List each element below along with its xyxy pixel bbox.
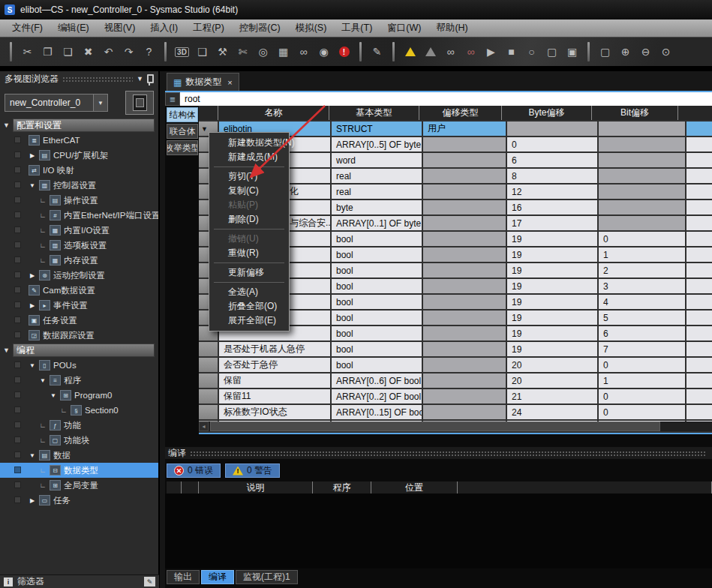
cell-name[interactable]: 保留11 [219, 389, 330, 404]
down-marker-icon[interactable]: ▼ [29, 452, 36, 459]
new-window-icon[interactable]: ❑ [192, 42, 212, 62]
context-menu-item[interactable]: 展开全部(E) [209, 314, 289, 328]
cell-base-type[interactable]: byte [332, 200, 422, 214]
table-row[interactable]: 保留ARRAY[0..6] OF bool201 [199, 374, 712, 388]
cell-bit-offset[interactable]: 7 [599, 342, 685, 356]
build-icon[interactable]: ⚒ [212, 42, 233, 62]
scroll-left-icon[interactable]: ◂ [199, 422, 209, 431]
header-cell[interactable]: Byte偏移 [501, 106, 591, 120]
troubleshoot-icon[interactable]: ! [334, 42, 354, 62]
horizontal-scrollbar[interactable]: ◂ [199, 422, 712, 431]
context-menu-item[interactable]: 新建成员(M) [209, 150, 289, 164]
undo-icon[interactable]: ↶ [98, 42, 119, 62]
bottom-tab[interactable]: 监视(工程)1 [236, 570, 298, 584]
menubar-item[interactable]: 模拟(S) [288, 20, 335, 37]
nav-tree-item[interactable]: ▼⊞Program0 [0, 388, 158, 403]
cell-byte-offset[interactable]: 19 [507, 342, 597, 356]
cell-bit-offset[interactable]: 4 [599, 295, 685, 309]
cell-base-type[interactable]: real [332, 169, 422, 183]
cell-base-type[interactable]: bool [332, 232, 422, 246]
cell-byte-offset[interactable]: 17 [507, 216, 597, 230]
nav-tree-item[interactable]: ✎Cam数据设置 [0, 283, 158, 298]
cell-offset-type[interactable] [423, 405, 506, 419]
cell-offset-type[interactable] [423, 169, 506, 183]
cell-offset-type[interactable] [423, 310, 506, 325]
sim-watch-icon[interactable]: ∞ [440, 42, 461, 62]
nav-tree-item[interactable]: ≣EtherCAT [0, 133, 158, 148]
cell-byte-offset[interactable]: 19 [507, 248, 597, 262]
scrollbar-thumb[interactable] [210, 422, 660, 431]
zoom-select-icon[interactable]: ⊙ [656, 42, 676, 62]
nav-tree-item[interactable]: ▶⊛运动控制设置 [0, 268, 158, 283]
cell-bit-offset[interactable]: 1 [599, 248, 685, 262]
nav-tree-item[interactable]: ∟ƒ功能 [0, 418, 158, 433]
cut-icon[interactable]: ✂ [17, 42, 38, 62]
run-icon[interactable]: ▶ [481, 42, 501, 62]
edit-filter-icon[interactable]: ✎ [144, 577, 155, 586]
cell-offset-type[interactable] [423, 342, 506, 356]
cell-offset-type[interactable] [423, 326, 506, 340]
right-marker-icon[interactable]: ▶ [29, 302, 36, 309]
cell-byte-offset[interactable]: 21 [507, 389, 597, 404]
cell-offset-type[interactable] [423, 374, 506, 388]
cell-offset-type[interactable] [423, 358, 506, 372]
sim-watch-off-icon[interactable]: ∞ [461, 42, 481, 62]
nav-tree-item[interactable]: ∟▥选项板设置 [0, 238, 158, 253]
cell-base-type[interactable]: bool [332, 248, 422, 262]
cell-byte-offset[interactable]: 20 [507, 374, 597, 388]
sim-check-off-icon[interactable] [420, 42, 440, 62]
redo-icon[interactable]: ↷ [119, 42, 139, 62]
cell-byte-offset[interactable]: 6 [507, 153, 597, 167]
context-menu-item[interactable]: 剪切(T) [209, 170, 289, 184]
nav-tree-item[interactable]: ∟⊞全局变量 [0, 478, 158, 493]
cell-offset-type[interactable] [423, 184, 506, 199]
edit-restrict-icon[interactable]: ✎ [367, 42, 387, 62]
cell-base-type[interactable]: bool [332, 295, 422, 309]
cell-byte-offset[interactable]: 16 [507, 200, 597, 214]
header-cell[interactable]: 偏移类型 [419, 106, 501, 120]
cell-bit-offset[interactable]: 0 [599, 232, 685, 246]
right-marker-icon[interactable]: ▶ [29, 152, 36, 159]
cell-bit-offset[interactable]: 0 [599, 405, 685, 419]
nav-tree-item[interactable]: ▼≡程序 [0, 373, 158, 388]
zoom-out-icon[interactable]: ⊖ [635, 42, 656, 62]
cell-bit-offset[interactable]: 5 [599, 310, 685, 325]
context-menu-item[interactable]: 删除(D) [209, 212, 289, 226]
nav-tree-item[interactable]: ◲数据跟踪设置 [0, 328, 158, 343]
zoom-fit-icon[interactable]: ▢ [595, 42, 615, 62]
cell-offset-type[interactable] [423, 279, 506, 293]
cell-offset-type[interactable] [423, 137, 506, 152]
nav-tree-item[interactable]: ∟▦内存设置 [0, 253, 158, 268]
cell-base-type[interactable]: bool [332, 342, 422, 356]
cell-base-type[interactable]: bool [332, 310, 422, 325]
right-marker-icon[interactable]: ▶ [29, 272, 36, 279]
cell-bit-offset[interactable] [599, 169, 685, 183]
cell-name[interactable]: 是否处于机器人急停 [219, 342, 330, 356]
cell-base-type[interactable]: ARRAY[0..1] OF byte [332, 216, 422, 230]
menubar-item[interactable]: 窗口(W) [380, 20, 428, 37]
cell-byte-offset[interactable]: 19 [507, 279, 597, 293]
cell-offset-type[interactable] [423, 263, 506, 278]
chevron-down-icon[interactable]: ▼ [93, 94, 107, 111]
cell-byte-offset[interactable]: 19 [507, 295, 597, 309]
header-cell[interactable]: 基本类型 [329, 106, 419, 120]
rebuild-icon[interactable]: ✄ [233, 42, 253, 62]
cell-byte-offset[interactable]: 20 [507, 358, 597, 372]
menubar-item[interactable]: 工具(T) [334, 20, 380, 37]
search-icon[interactable]: ◉ [314, 42, 334, 62]
cell-offset-type[interactable] [423, 153, 506, 167]
watch-table-icon[interactable]: ▦ [273, 42, 293, 62]
chevron-down-icon[interactable]: ▼ [137, 75, 143, 82]
menubar-item[interactable]: 视图(V) [97, 20, 143, 37]
cell-byte-offset[interactable]: 19 [507, 232, 597, 246]
menubar-item[interactable]: 文件(F) [5, 20, 50, 37]
menubar-item[interactable]: 工程(P) [185, 20, 232, 37]
nav-tree-item[interactable]: ▼▤数据 [0, 448, 158, 463]
table-row[interactable]: 会否处于急停bool200 [199, 358, 712, 372]
root-name-field[interactable]: root [180, 92, 712, 106]
nav-tree-item[interactable]: ∟§Section0 [0, 403, 158, 418]
cell-bit-offset[interactable] [599, 184, 685, 199]
cell-base-type[interactable]: ARRAY[0..15] OF bool [332, 405, 422, 419]
table-row[interactable]: 标准数字IO状态ARRAY[0..15] OF bool240 [199, 405, 712, 419]
cell-base-type[interactable]: bool [332, 358, 422, 372]
